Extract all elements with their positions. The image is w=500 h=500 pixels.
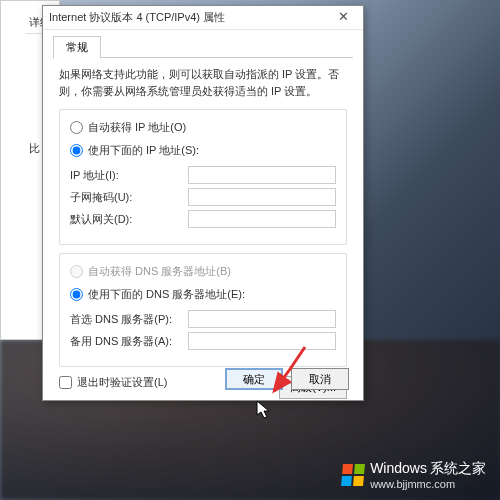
- tab-strip: 常规: [53, 36, 353, 58]
- radio-auto-dns-label: 自动获得 DNS 服务器地址(B): [88, 264, 231, 279]
- ip-address-label: IP 地址(I):: [70, 168, 188, 183]
- radio-manual-ip[interactable]: 使用下面的 IP 地址(S):: [70, 143, 336, 158]
- ok-button[interactable]: 确定: [225, 368, 283, 390]
- watermark-url: www.bjjmmc.com: [370, 478, 486, 490]
- alternate-dns-input[interactable]: [188, 332, 336, 350]
- radio-manual-ip-input[interactable]: [70, 144, 83, 157]
- watermark-site-cn: 系统之家: [430, 460, 486, 476]
- watermark-text: Windows 系统之家 www.bjjmmc.com: [370, 460, 486, 490]
- radio-auto-ip-label: 自动获得 IP 地址(O): [88, 120, 186, 135]
- close-button[interactable]: ✕: [329, 8, 357, 28]
- ip-settings-group: 自动获得 IP 地址(O) 使用下面的 IP 地址(S): IP 地址(I): …: [59, 109, 347, 245]
- gateway-input[interactable]: [188, 210, 336, 228]
- tcpip-properties-dialog: Internet 协议版本 4 (TCP/IPv4) 属性 ✕ 常规 如果网络支…: [42, 5, 364, 401]
- validate-label: 退出时验证设置(L): [77, 375, 167, 390]
- button-bar: 确定 取消: [225, 368, 349, 390]
- radio-manual-dns[interactable]: 使用下面的 DNS 服务器地址(E):: [70, 287, 336, 302]
- alternate-dns-row: 备用 DNS 服务器(A):: [70, 332, 336, 350]
- subnet-mask-row: 子网掩码(U):: [70, 188, 336, 206]
- radio-auto-ip-input[interactable]: [70, 121, 83, 134]
- gateway-row: 默认网关(D):: [70, 210, 336, 228]
- preferred-dns-label: 首选 DNS 服务器(P):: [70, 312, 188, 327]
- subnet-mask-input[interactable]: [188, 188, 336, 206]
- description-text: 如果网络支持此功能，则可以获取自动指派的 IP 设置。否则，你需要从网络系统管理…: [59, 66, 347, 99]
- radio-auto-dns: 自动获得 DNS 服务器地址(B): [70, 264, 336, 279]
- validate-checkbox[interactable]: [59, 376, 72, 389]
- titlebar: Internet 协议版本 4 (TCP/IPv4) 属性 ✕: [43, 6, 363, 30]
- dialog-content: 如果网络支持此功能，则可以获取自动指派的 IP 设置。否则，你需要从网络系统管理…: [43, 58, 363, 407]
- cancel-button[interactable]: 取消: [291, 368, 349, 390]
- preferred-dns-row: 首选 DNS 服务器(P):: [70, 310, 336, 328]
- radio-manual-ip-label: 使用下面的 IP 地址(S):: [88, 143, 199, 158]
- subnet-mask-label: 子网掩码(U):: [70, 190, 188, 205]
- parent-label-2: 比: [29, 141, 40, 156]
- ip-address-input[interactable]: [188, 166, 336, 184]
- preferred-dns-input[interactable]: [188, 310, 336, 328]
- dns-settings-group: 自动获得 DNS 服务器地址(B) 使用下面的 DNS 服务器地址(E): 首选…: [59, 253, 347, 367]
- ip-address-row: IP 地址(I):: [70, 166, 336, 184]
- dialog-title: Internet 协议版本 4 (TCP/IPv4) 属性: [49, 10, 329, 25]
- gateway-label: 默认网关(D):: [70, 212, 188, 227]
- watermark: Windows 系统之家 www.bjjmmc.com: [342, 460, 486, 490]
- radio-manual-dns-input[interactable]: [70, 288, 83, 301]
- windows-logo-icon: [341, 464, 365, 486]
- watermark-brand: Windows: [370, 460, 427, 476]
- radio-manual-dns-label: 使用下面的 DNS 服务器地址(E):: [88, 287, 245, 302]
- tab-general[interactable]: 常规: [53, 36, 101, 59]
- alternate-dns-label: 备用 DNS 服务器(A):: [70, 334, 188, 349]
- radio-auto-ip[interactable]: 自动获得 IP 地址(O): [70, 120, 336, 135]
- radio-auto-dns-input: [70, 265, 83, 278]
